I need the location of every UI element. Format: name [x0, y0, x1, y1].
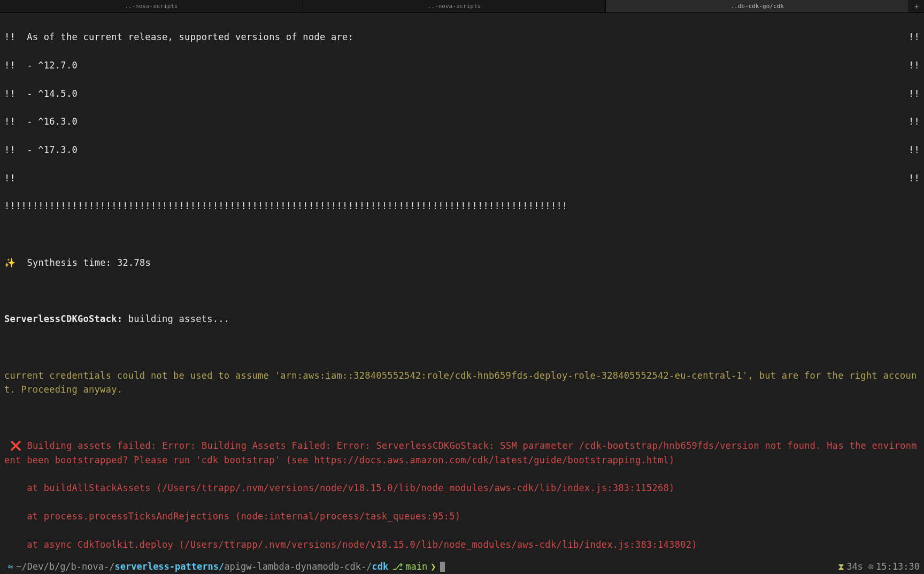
output-line: !! As of the current release, supported … — [4, 30, 920, 44]
path-segment: apigw-lambda-dynamodb-cdk-/ — [224, 561, 372, 572]
blank-line — [4, 411, 920, 425]
branch-icon: ⎇ — [392, 561, 403, 572]
error-line: ❌ Building assets failed: Error: Buildin… — [4, 439, 920, 467]
tab-label: ..-nova-scripts — [428, 3, 481, 10]
tab-add-button[interactable]: + — [909, 0, 924, 12]
tab-1[interactable]: ..-nova-scripts — [0, 0, 303, 12]
blank-line — [4, 284, 920, 298]
output-line: !! - ^14.5.0!! — [4, 87, 920, 101]
tab-2[interactable]: ..-nova-scripts — [303, 0, 606, 12]
output-line: !!!! — [4, 171, 920, 185]
synthesis-line: ✨ Synthesis time: 32.78s — [4, 256, 920, 270]
output-line: !!!!!!!!!!!!!!!!!!!!!!!!!!!!!!!!!!!!!!!!… — [4, 199, 920, 213]
clock-icon: ⊙ — [868, 561, 874, 572]
duration: 34s — [846, 561, 863, 572]
output-line: !! - ^17.3.0!! — [4, 143, 920, 157]
arrow-icon: ≈ — [7, 561, 13, 572]
tab-3[interactable]: ..db-cdk-go/cdk — [606, 0, 909, 12]
cursor — [440, 562, 445, 572]
path-segment: serverless-patterns/ — [114, 561, 224, 572]
stack-name: ServerlessCDKGoStack: — [4, 313, 122, 324]
error-line: at buildAllStackAssets (/Users/ttrapp/.n… — [4, 481, 920, 495]
prompt-chevron-icon: ❯ — [430, 561, 436, 572]
building-line: ServerlessCDKGoStack: building assets... — [4, 312, 920, 326]
error-line: at process.processTicksAndRejections (no… — [4, 509, 920, 523]
warning-line: current credentials could not be used to… — [4, 369, 920, 397]
path-segment: ~/Dev/b/g/b-nova-/ — [16, 561, 114, 572]
tab-label: ..db-cdk-go/cdk — [731, 3, 784, 10]
clock-time: 15:13:30 — [876, 561, 920, 572]
tab-bar: ..-nova-scripts ..-nova-scripts ..db-cdk… — [0, 0, 924, 13]
blank-line — [4, 340, 920, 354]
terminal-output[interactable]: !! As of the current release, supported … — [0, 13, 924, 574]
error-line: at async CdkToolkit.deploy (/Users/ttrap… — [4, 538, 920, 552]
branch-name: main — [405, 561, 427, 572]
hourglass-icon: ⧗ — [838, 561, 844, 572]
cross-icon: ❌ — [4, 440, 27, 451]
path-segment: cdk — [372, 561, 389, 572]
tab-label: ..-nova-scripts — [125, 3, 178, 10]
blank-line — [4, 227, 920, 241]
output-line: !! - ^16.3.0!! — [4, 114, 920, 128]
sparkle-icon: ✨ — [4, 257, 16, 268]
prompt-line[interactable]: ≈ ~/Dev/b/g/b-nova-/serverless-patterns/… — [0, 559, 924, 574]
output-line: !! - ^12.7.0!! — [4, 58, 920, 72]
